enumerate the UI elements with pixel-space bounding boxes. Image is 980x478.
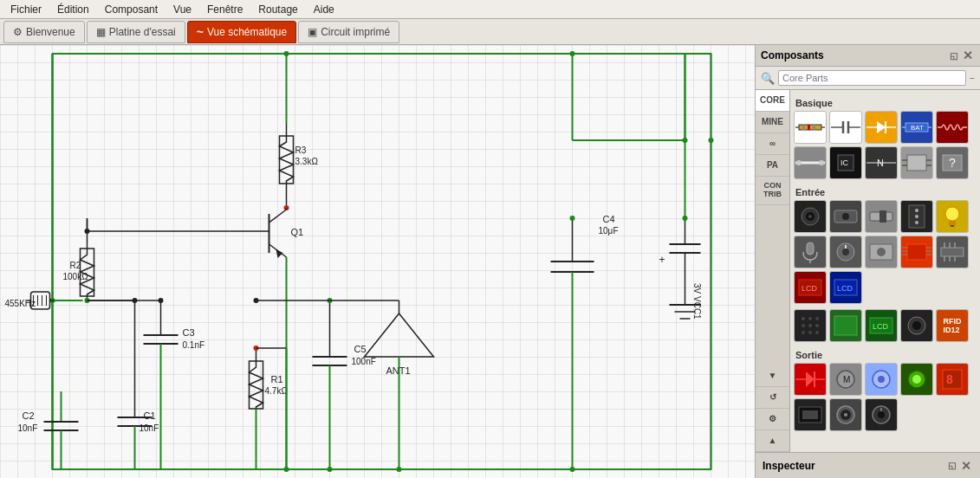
comp-wire[interactable] xyxy=(794,146,827,179)
panel-inner: CORE MINE ∞ PA CONTRIB ▼ ↺ ⚙ ▲ Basique xyxy=(756,90,980,452)
svg-text:C4: C4 xyxy=(603,214,615,224)
svg-point-220 xyxy=(878,411,885,418)
tab-platine-label: Platine d'essai xyxy=(109,26,176,38)
svg-text:10nF: 10nF xyxy=(18,423,38,433)
comp-diode[interactable] xyxy=(865,111,898,144)
comp-rfid[interactable]: RFIDID12 xyxy=(936,309,969,342)
comp-motor[interactable]: M xyxy=(829,363,862,396)
sidenav-arrow-down[interactable]: ▼ xyxy=(756,365,789,387)
comp-ic-flat[interactable] xyxy=(936,236,969,268)
menu-composant[interactable]: Composant xyxy=(98,2,165,17)
comp-piezo[interactable] xyxy=(865,363,898,396)
comp-resistor[interactable] xyxy=(794,111,827,144)
comp-ic-black[interactable]: IC xyxy=(829,146,862,179)
svg-text:M: M xyxy=(843,375,850,384)
comp-button-black[interactable] xyxy=(829,200,862,233)
comp-7seg[interactable]: 8 xyxy=(936,363,969,396)
comp-photo-sensor[interactable] xyxy=(829,398,862,431)
svg-rect-155 xyxy=(879,210,886,223)
sidenav-infinity[interactable]: ∞ xyxy=(756,133,789,155)
tab-circuit-icon: ▣ xyxy=(308,26,317,38)
menu-fenetre[interactable]: Fenêtre xyxy=(200,2,250,17)
comp-lcd-blue[interactable]: LCD xyxy=(829,271,862,304)
svg-point-74 xyxy=(284,467,289,472)
comp-lamp[interactable] xyxy=(936,200,969,233)
tab-schematique-icon: ~ xyxy=(197,25,204,39)
menu-edition[interactable]: Édition xyxy=(50,2,96,17)
sidenav-arrow-up[interactable]: ▲ xyxy=(756,430,789,452)
comp-potmeter[interactable] xyxy=(829,236,862,268)
comp-lcd-green[interactable]: LCD xyxy=(865,309,898,342)
sidenav-gear[interactable]: ⚙ xyxy=(756,409,789,430)
tab-bienvenue-label: Bienvenue xyxy=(26,26,75,38)
inspector-undock-icon[interactable]: ◱ xyxy=(948,461,956,470)
panel-title: Composants xyxy=(761,49,824,61)
comp-lcd-red[interactable]: LCD xyxy=(794,271,827,304)
comp-speaker[interactable] xyxy=(794,200,827,233)
comp-rotary[interactable] xyxy=(865,398,898,431)
tab-platine[interactable]: ▦ Platine d'essai xyxy=(87,21,185,43)
comp-green-board[interactable] xyxy=(829,309,862,342)
inspector-close-button[interactable]: ✕ xyxy=(959,459,973,473)
search-input[interactable] xyxy=(778,70,966,86)
svg-point-115 xyxy=(328,467,333,472)
schematic-canvas[interactable]: R3 3.3kΩ Q1 xyxy=(0,45,755,478)
comp-button2[interactable] xyxy=(865,236,898,268)
svg-point-201 xyxy=(912,321,921,330)
svg-point-218 xyxy=(844,413,847,417)
svg-text:+: + xyxy=(659,254,665,266)
comp-switch[interactable] xyxy=(865,200,898,233)
comp-rgb-led[interactable] xyxy=(900,363,933,396)
svg-marker-127 xyxy=(877,121,886,133)
comp-diode2[interactable]: N xyxy=(865,146,898,179)
sidenav-mine[interactable]: MINE xyxy=(756,112,789,133)
tab-circuit[interactable]: ▣ Circuit imprimé xyxy=(298,21,399,43)
menu-fichier[interactable]: Fichier xyxy=(3,2,49,17)
comp-ic-gray[interactable] xyxy=(900,146,933,179)
svg-point-109 xyxy=(683,138,688,143)
svg-point-158 xyxy=(915,215,918,218)
menu-vue[interactable]: Vue xyxy=(166,2,198,17)
panel-collapse-icon[interactable]: − xyxy=(970,74,975,83)
sidenav-rotate[interactable]: ↺ xyxy=(756,387,789,409)
comp-battery[interactable]: BAT xyxy=(900,111,933,144)
svg-point-83 xyxy=(254,298,259,303)
comp-capacitor[interactable] xyxy=(829,111,862,144)
svg-text:10nF: 10nF xyxy=(140,423,159,433)
svg-point-188 xyxy=(802,317,805,320)
panel-undock-icon[interactable]: ◱ xyxy=(950,51,957,61)
comp-dotmatrix[interactable] xyxy=(794,309,827,342)
svg-line-41 xyxy=(161,231,230,300)
svg-text:0.1nF: 0.1nF xyxy=(183,340,205,350)
svg-text:R1: R1 xyxy=(271,374,283,384)
svg-rect-142 xyxy=(907,155,926,171)
svg-text:C1: C1 xyxy=(144,410,156,421)
svg-rect-161 xyxy=(949,221,956,226)
comp-ic-header[interactable] xyxy=(900,200,933,233)
svg-text:3.3kΩ: 3.3kΩ xyxy=(295,157,319,166)
svg-point-106 xyxy=(683,216,688,221)
svg-point-192 xyxy=(808,324,812,327)
menu-routage[interactable]: Routage xyxy=(251,2,304,17)
comp-ic-chip[interactable] xyxy=(900,236,933,268)
comp-photodiode[interactable] xyxy=(900,309,933,342)
svg-point-110 xyxy=(284,51,289,56)
comp-inductor[interactable] xyxy=(936,111,969,144)
menu-aide[interactable]: Aide xyxy=(307,2,341,17)
comp-mic[interactable] xyxy=(794,236,827,268)
comp-led-red[interactable] xyxy=(794,363,827,396)
sidenav-pa[interactable]: PA xyxy=(756,155,789,177)
sidenav-core[interactable]: CORE xyxy=(756,90,789,112)
section-sortie: Sortie xyxy=(794,347,977,363)
svg-point-153 xyxy=(842,213,849,220)
svg-text:LCD: LCD xyxy=(802,284,818,293)
sidenav-contrib[interactable]: CONTRIB xyxy=(756,177,789,205)
tab-schematique[interactable]: ~ Vue schématique xyxy=(187,21,296,43)
comp-unknown[interactable]: ? xyxy=(936,146,969,179)
comp-oled[interactable] xyxy=(794,398,827,431)
svg-point-211 xyxy=(912,375,921,384)
rfid-label: RFIDID12 xyxy=(944,317,962,334)
svg-text:4.7kΩ: 4.7kΩ xyxy=(265,386,289,396)
tab-bienvenue[interactable]: ⚙ Bienvenue xyxy=(3,21,85,43)
panel-close-button[interactable]: ✕ xyxy=(961,48,975,62)
